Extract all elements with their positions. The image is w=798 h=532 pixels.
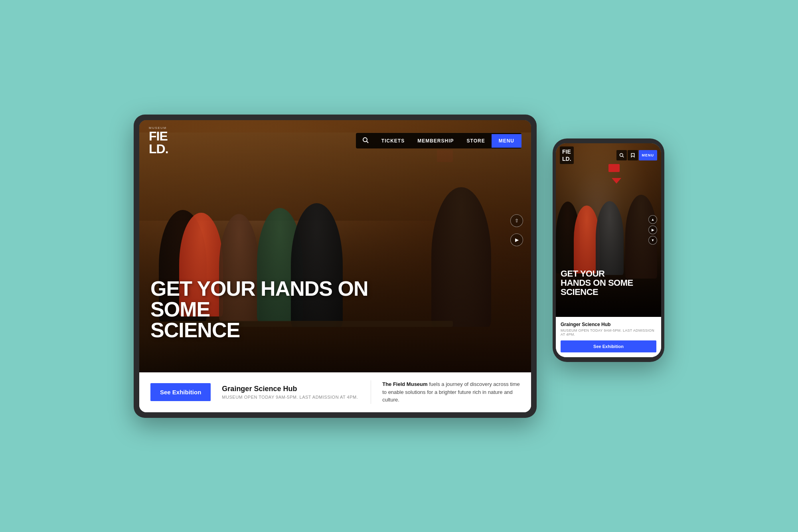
phone-search-icon: [619, 153, 624, 158]
play-button[interactable]: ▶: [510, 233, 523, 246]
phone-nav-controls: ▲ ▶ ▼: [648, 215, 657, 245]
svg-point-2: [620, 153, 623, 156]
phone-see-exhibition-button[interactable]: See Exhibition: [561, 340, 656, 352]
phone-logo-text: FIELD.: [562, 148, 571, 162]
phone-exhibition-title: Grainger Science Hub: [561, 322, 656, 327]
logo-field-text: FIELD.: [149, 130, 168, 155]
phone-hero: FIELD.: [556, 143, 661, 317]
phone-device: FIELD.: [553, 138, 664, 362]
phone-logo: FIELD.: [560, 146, 574, 164]
phone-bookmark-button[interactable]: [628, 150, 638, 160]
phone-info-bar: Grainger Science Hub MUSEUM OPEN TODAY 9…: [556, 317, 661, 357]
exhibition-info: Grainger Science Hub MUSEUM OPEN TODAY 9…: [222, 385, 359, 399]
phone-screen: FIELD.: [556, 143, 661, 357]
tickets-button[interactable]: TICKETS: [375, 134, 411, 148]
tablet-navbar: MUSEUM FIELD. TICKETS MEMBERSHIP STORE: [139, 120, 531, 162]
scene: MUSEUM FIELD. TICKETS MEMBERSHIP STORE: [0, 0, 798, 532]
phone-nav-right: MENU: [616, 150, 658, 160]
scroll-up-button[interactable]: ⇧: [510, 214, 523, 227]
phone-scroll-down-button[interactable]: ▼: [648, 236, 657, 245]
museum-description: The Field Museum fuels a journey of disc…: [371, 380, 520, 404]
phone-headline: GET YOUR HANDS ON SOME SCIENCE: [561, 269, 633, 297]
phone-red-arrow: [612, 178, 621, 184]
membership-button[interactable]: MEMBERSHIP: [411, 134, 460, 148]
store-button[interactable]: STORE: [460, 134, 492, 148]
svg-marker-4: [631, 153, 634, 157]
phone-scroll-up-button[interactable]: ▲: [648, 215, 657, 224]
svg-line-3: [622, 156, 624, 157]
field-museum-logo: MUSEUM FIELD.: [149, 127, 168, 155]
phone-bookmark-icon: [630, 153, 635, 158]
field-museum-bold: The Field Museum: [382, 381, 427, 387]
tablet-nav-links: TICKETS MEMBERSHIP STORE MENU: [356, 133, 521, 148]
phone-search-button[interactable]: [616, 150, 627, 160]
svg-point-0: [363, 138, 367, 142]
phone-exhibition-hours: MUSEUM OPEN TODAY 9AM-5PM. LAST ADMISSIO…: [561, 328, 656, 336]
hero-nav-controls: ⇧ ▶: [510, 214, 523, 246]
phone-navbar: FIELD.: [556, 143, 661, 167]
tablet-hero: MUSEUM FIELD. TICKETS MEMBERSHIP STORE: [139, 120, 531, 372]
svg-line-1: [367, 141, 368, 143]
phone-menu-button[interactable]: MENU: [639, 150, 658, 160]
tablet-info-bar: See Exhibition Grainger Science Hub MUSE…: [139, 372, 531, 412]
see-exhibition-button[interactable]: See Exhibition: [150, 383, 211, 401]
hero-headline: GET YOUR HANDS ON SOME SCIENCE: [150, 278, 390, 340]
tablet-screen: MUSEUM FIELD. TICKETS MEMBERSHIP STORE: [139, 120, 531, 412]
exhibition-hours: MUSEUM OPEN TODAY 9AM-5PM. LAST ADMISSIO…: [222, 395, 359, 399]
search-icon: [362, 137, 369, 143]
exhibition-title: Grainger Science Hub: [222, 385, 359, 393]
menu-button[interactable]: MENU: [492, 134, 521, 148]
tablet-device: MUSEUM FIELD. TICKETS MEMBERSHIP STORE: [134, 115, 537, 418]
search-button[interactable]: [356, 133, 375, 148]
phone-scroll-right-button[interactable]: ▶: [648, 225, 657, 234]
